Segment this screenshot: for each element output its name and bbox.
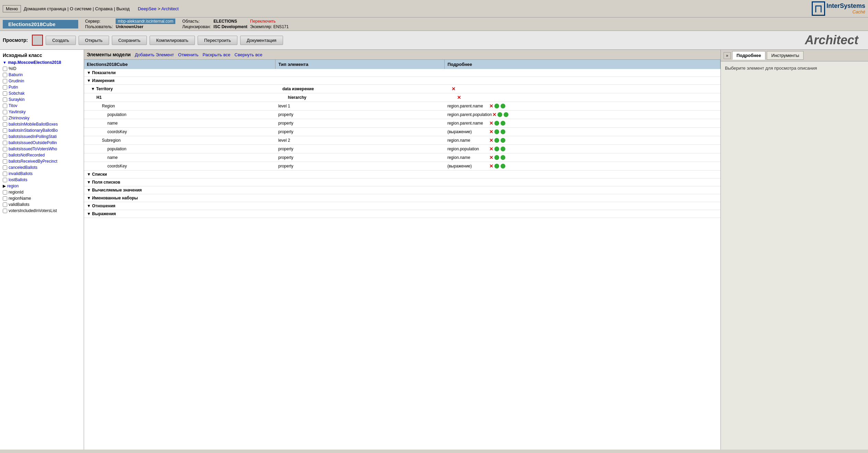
invalid-checkbox[interactable] — [3, 172, 7, 176]
table-row[interactable]: ▼ Territory data измерение ✕ — [84, 85, 720, 93]
table-row[interactable]: ▼ Измерения — [84, 77, 720, 85]
mobile-checkbox[interactable] — [3, 122, 7, 127]
cancel-link[interactable]: Отменить — [178, 52, 198, 57]
about-link[interactable]: О системе — [70, 6, 91, 11]
up-icon[interactable] — [497, 112, 502, 117]
sobchak-link[interactable]: Sobchak — [9, 91, 25, 96]
up-icon[interactable] — [494, 155, 499, 160]
rebuild-button[interactable]: Перестроить — [198, 36, 237, 45]
voterslist-checkbox[interactable] — [3, 209, 7, 213]
voters-who-link[interactable]: ballotsIssuedToVotersWho — [9, 147, 57, 151]
menu-button[interactable]: Меню — [3, 5, 21, 12]
zhirinovsky-checkbox[interactable] — [3, 116, 7, 120]
tab-tools[interactable]: Инструменты — [767, 51, 804, 60]
table-row[interactable]: ▼ Показатели — [84, 69, 720, 77]
id-checkbox[interactable] — [3, 67, 7, 71]
stationary-link[interactable]: ballotsInStationaryBallotBo — [9, 128, 58, 133]
polling-stati-checkbox[interactable] — [3, 135, 7, 139]
down-icon[interactable] — [501, 155, 505, 160]
regionname-checkbox[interactable] — [3, 196, 7, 201]
table-row[interactable]: ▼ Списки — [84, 171, 720, 178]
table-row[interactable]: population property region.population ✕ — [84, 145, 720, 153]
baburin-checkbox[interactable] — [3, 73, 7, 77]
not-recorded-link[interactable]: ballotsNotRecorded — [9, 153, 45, 158]
table-row[interactable]: name property region.parent.name ✕ — [84, 119, 720, 128]
add-element-link[interactable]: Добавить Элемент — [135, 52, 174, 57]
tab-details[interactable]: Подробнее — [732, 51, 766, 60]
up-icon[interactable] — [494, 121, 499, 126]
sidebar-item-root[interactable]: ▼ map.MoscowElections2018 — [0, 59, 84, 66]
table-row[interactable]: H1 hierarchy ✕ — [84, 93, 720, 102]
not-recorded-checkbox[interactable] — [3, 153, 7, 158]
down-icon[interactable] — [501, 164, 505, 169]
polling-stati-link[interactable]: ballotsIssuedInPollingStati — [9, 134, 57, 139]
compile-button[interactable]: Компилировать — [150, 36, 195, 45]
down-icon[interactable] — [501, 147, 505, 151]
table-row[interactable]: ▼ Выражения — [84, 210, 720, 218]
switch-link[interactable]: Переключить — [250, 19, 275, 24]
received-checkbox[interactable] — [3, 159, 7, 164]
lost-link[interactable]: lostBallots — [9, 177, 27, 182]
expand-all-link[interactable]: Раскрыть все — [202, 52, 230, 57]
delete-icon[interactable]: ✕ — [457, 95, 461, 100]
delete-icon[interactable]: ✕ — [489, 120, 493, 126]
sidebar-item-region[interactable]: ▶ region — [0, 183, 84, 189]
architect-link[interactable]: Architect — [161, 6, 179, 11]
invalid-link[interactable]: invalidBallots — [9, 171, 33, 176]
create-button[interactable]: Создать — [46, 36, 75, 45]
outside-pollin-link[interactable]: ballotsIssuedOutsidePollin — [9, 140, 57, 145]
grudinin-checkbox[interactable] — [3, 79, 7, 83]
up-icon[interactable] — [494, 147, 499, 151]
delete-icon[interactable]: ✕ — [489, 163, 493, 169]
up-icon[interactable] — [494, 129, 499, 134]
down-icon[interactable] — [501, 138, 505, 143]
titov-checkbox[interactable] — [3, 104, 7, 108]
regionid-checkbox[interactable] — [3, 190, 7, 195]
table-row[interactable]: Subregion level 2 region.name ✕ — [84, 136, 720, 145]
up-icon[interactable] — [494, 164, 499, 169]
grudinin-link[interactable]: Grudinin — [9, 79, 24, 83]
delete-icon[interactable]: ✕ — [489, 138, 493, 143]
help-link[interactable]: Справка — [95, 6, 113, 11]
yavlinsky-link[interactable]: Yavlinsky — [9, 109, 26, 114]
table-row[interactable]: coordsKey property (выражение) ✕ — [84, 128, 720, 136]
sobchak-checkbox[interactable] — [3, 91, 7, 96]
putin-link[interactable]: Putin — [9, 85, 18, 90]
lost-checkbox[interactable] — [3, 178, 7, 182]
down-icon[interactable] — [504, 112, 508, 117]
home-link[interactable]: Домашняя страница — [24, 6, 66, 11]
up-icon[interactable] — [494, 104, 499, 108]
docs-button[interactable]: Документация — [240, 36, 283, 45]
delete-icon[interactable]: ✕ — [489, 103, 493, 109]
putin-checkbox[interactable] — [3, 85, 7, 90]
stationary-checkbox[interactable] — [3, 128, 7, 133]
down-icon[interactable] — [501, 104, 505, 108]
table-row[interactable]: Region level 1 region.parent.name ✕ — [84, 102, 720, 111]
down-icon[interactable] — [501, 129, 505, 134]
zhirinovsky-link[interactable]: Zhirinovsky — [9, 116, 30, 120]
open-button[interactable]: Открыть — [79, 36, 109, 45]
table-row[interactable]: name property region.name ✕ — [84, 153, 720, 162]
chevron-button[interactable]: » — [724, 52, 731, 59]
delete-icon[interactable]: ✕ — [489, 155, 493, 160]
up-icon[interactable] — [494, 138, 499, 143]
collapse-all-link[interactable]: Свернуть все — [235, 52, 262, 57]
canceled-link[interactable]: canceledBallots — [9, 165, 37, 170]
table-row[interactable]: ▼ Отношения — [84, 202, 720, 210]
yavlinsky-checkbox[interactable] — [3, 110, 7, 114]
delete-icon[interactable]: ✕ — [451, 86, 456, 92]
delete-icon[interactable]: ✕ — [489, 146, 493, 152]
table-row[interactable]: ▼ Именованные наборы — [84, 194, 720, 202]
delete-icon[interactable]: ✕ — [489, 129, 493, 135]
canceled-checkbox[interactable] — [3, 165, 7, 170]
table-row[interactable]: ▼ Поля списков — [84, 178, 720, 186]
suraykin-link[interactable]: Suraykin — [9, 97, 25, 102]
received-link[interactable]: ballotsReceivedByPrecinct — [9, 159, 57, 164]
down-icon[interactable] — [501, 121, 505, 126]
region-link[interactable]: region — [7, 184, 19, 188]
titov-link[interactable]: Titov — [9, 103, 17, 108]
voters-who-checkbox[interactable] — [3, 147, 7, 151]
baburin-link[interactable]: Baburin — [9, 72, 23, 77]
suraykin-checkbox[interactable] — [3, 97, 7, 102]
preview-box[interactable] — [32, 35, 43, 46]
